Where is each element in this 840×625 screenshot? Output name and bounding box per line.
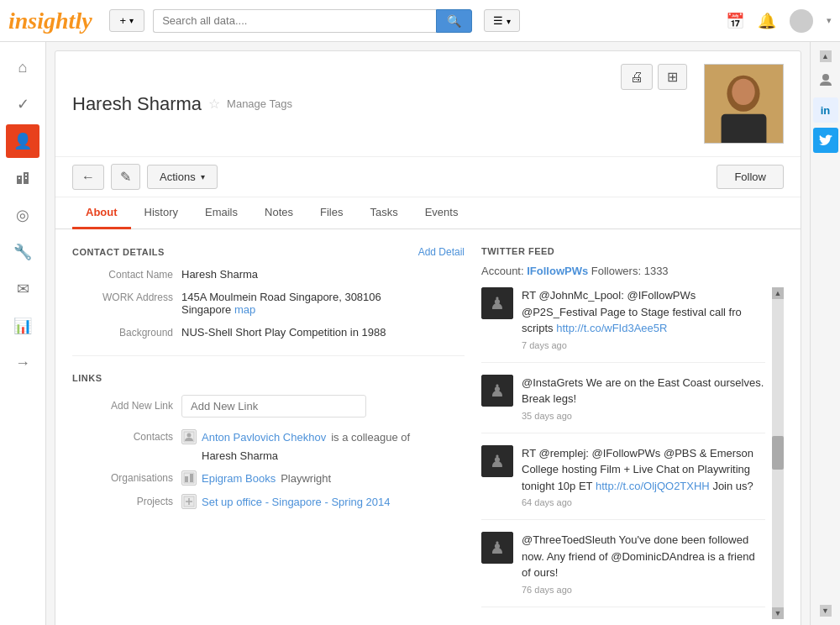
header-print-area: 🖨 ⊞ bbox=[621, 64, 687, 90]
app-logo: insightly bbox=[8, 8, 92, 34]
twitter-account-prefix: Account: bbox=[481, 265, 524, 277]
contact-name-row: Haresh Sharma ☆ Manage Tags bbox=[72, 93, 621, 115]
tweet-4-text: @ThreeToedSleuth You've done been follow… bbox=[522, 532, 765, 581]
right-sidebar: ▲ in ▼ bbox=[810, 42, 840, 625]
contact-details-panel: CONTACT DETAILS Add Detail Contact Name … bbox=[72, 246, 465, 619]
edit-button[interactable]: ✎ bbox=[111, 164, 140, 190]
contact-name-text: Haresh Sharma bbox=[72, 93, 202, 115]
links-title: LINKS bbox=[72, 373, 465, 383]
tab-files[interactable]: Files bbox=[307, 197, 356, 229]
star-icon[interactable]: ☆ bbox=[208, 96, 220, 112]
link-label-projects: Projects bbox=[72, 494, 173, 507]
tweet-4: ♟ @ThreeToedSleuth You've done been foll… bbox=[481, 532, 765, 607]
tweet-1-time: 7 days ago bbox=[522, 340, 765, 350]
sidebar-item-target[interactable]: ◎ bbox=[6, 198, 39, 232]
add-button[interactable]: + ▾ bbox=[109, 9, 145, 32]
tweet-4-time: 76 days ago bbox=[522, 585, 765, 595]
project-link-primary[interactable]: Set up office - Singapore - Spring 2014 bbox=[202, 496, 391, 508]
twitter-handle[interactable]: IFollowPWs bbox=[527, 265, 588, 277]
calendar-icon[interactable]: 📅 bbox=[726, 12, 744, 30]
outer-scroll-up[interactable]: ▲ bbox=[820, 50, 832, 62]
sidebar-item-organizations[interactable] bbox=[6, 161, 39, 195]
org-link-primary[interactable]: Epigram Books bbox=[202, 472, 276, 485]
map-link[interactable]: map bbox=[234, 303, 255, 316]
contact-header: Haresh Sharma ☆ Manage Tags 🖨 ⊞ bbox=[55, 51, 801, 157]
twitter-scrollbar-thumb[interactable] bbox=[772, 436, 784, 470]
tweets-list: ♟ RT @JohnMc_Lpool: @IFollowPWs @P2S_Fes… bbox=[481, 287, 765, 619]
links-section: LINKS Add New Link Contacts bbox=[72, 355, 465, 509]
svg-rect-7 bbox=[722, 114, 767, 144]
link-label-contacts: Contacts bbox=[72, 429, 173, 443]
twitter-scroll-up[interactable]: ▲ bbox=[772, 287, 784, 299]
notifications-icon[interactable]: 🔔 bbox=[758, 12, 776, 30]
header-right-section: 🖨 ⊞ bbox=[621, 64, 784, 144]
sidebar-item-arrow[interactable]: → bbox=[6, 346, 39, 380]
tab-notes[interactable]: Notes bbox=[251, 197, 307, 229]
content-area: Haresh Sharma ☆ Manage Tags 🖨 ⊞ bbox=[46, 42, 840, 625]
search-box: 🔍 bbox=[153, 9, 472, 33]
actions-button[interactable]: Actions ▾ bbox=[147, 165, 218, 189]
detail-label-name: Contact Name bbox=[72, 268, 173, 281]
tabs-bar: About History Emails Notes Files Tasks E… bbox=[55, 197, 801, 229]
contact-link-primary[interactable]: Anton Pavlovich Chekhov bbox=[202, 431, 326, 444]
sidebar-item-tasks[interactable]: ✓ bbox=[6, 87, 39, 121]
svg-rect-4 bbox=[25, 177, 27, 179]
tweet-3-text: RT @remplej: @IFollowPWs @PBS & Emerson … bbox=[522, 445, 765, 495]
detail-label-background: Background bbox=[72, 326, 173, 339]
right-icon-person[interactable] bbox=[813, 67, 838, 92]
grid-button[interactable]: ☰ ▾ bbox=[484, 9, 520, 32]
sidebar-item-mail[interactable]: ✉ bbox=[6, 272, 39, 306]
tab-about[interactable]: About bbox=[72, 197, 131, 229]
expand-button[interactable]: ⊞ bbox=[658, 64, 687, 90]
search-input[interactable] bbox=[153, 9, 436, 33]
add-link-input[interactable] bbox=[181, 395, 366, 418]
print-button[interactable]: 🖨 bbox=[621, 64, 653, 90]
twitter-scrollbar: ▲ ▼ bbox=[772, 287, 784, 619]
sidebar-item-reports[interactable]: 📊 bbox=[6, 309, 39, 343]
organisations-icon bbox=[181, 470, 197, 486]
right-icon-linkedin[interactable]: in bbox=[813, 97, 838, 123]
link-value-contacts: Anton Pavlovich Chekhov is a colleague o… bbox=[181, 429, 465, 462]
add-detail-link[interactable]: Add Detail bbox=[418, 246, 465, 258]
add-link-row: Add New Link bbox=[72, 395, 465, 418]
back-button[interactable]: ← bbox=[72, 165, 104, 190]
tweet-3-link[interactable]: http://t.co/OljQO2TXHH bbox=[596, 480, 710, 492]
avatar-image bbox=[705, 64, 783, 144]
tab-emails[interactable]: Emails bbox=[192, 197, 251, 229]
contact-details-title: CONTACT DETAILS Add Detail bbox=[72, 246, 465, 258]
sidebar-item-tools[interactable]: 🔧 bbox=[6, 235, 39, 269]
outer-scroll-down[interactable]: ▼ bbox=[820, 605, 832, 617]
right-icon-twitter[interactable] bbox=[813, 128, 838, 153]
tab-events[interactable]: Events bbox=[412, 197, 472, 229]
user-avatar[interactable] bbox=[790, 9, 813, 33]
app-layout: ⌂ ✓ 👤 ◎ 🔧 ✉ 📊 → Haresh Sharma ☆ Manage T… bbox=[0, 42, 840, 625]
contact-avatar bbox=[704, 64, 784, 144]
follow-button[interactable]: Follow bbox=[717, 165, 784, 189]
tweet-3-avatar: ♟ bbox=[481, 445, 513, 477]
projects-icon bbox=[181, 494, 197, 509]
add-link-label: Add New Link bbox=[72, 395, 173, 418]
tweet-1-content: RT @JohnMc_Lpool: @IFollowPWs @P2S_Festi… bbox=[522, 287, 765, 350]
org-link-tag: Playwright bbox=[281, 472, 331, 485]
svg-point-25 bbox=[822, 74, 829, 81]
tweet-1-link[interactable]: http://t.co/wFId3Aee5R bbox=[556, 322, 667, 334]
twitter-scroll-down[interactable]: ▼ bbox=[772, 607, 784, 619]
sidebar-item-contacts[interactable]: 👤 bbox=[6, 124, 39, 158]
svg-rect-12 bbox=[185, 476, 188, 482]
top-nav: insightly + ▾ 🔍 ☰ ▾ 📅 🔔 ▾ bbox=[0, 0, 840, 42]
tab-history[interactable]: History bbox=[131, 197, 192, 229]
link-row-projects: Projects Set up office - Singapore - Spr… bbox=[72, 494, 465, 509]
toolbar-row: ← ✎ Actions ▾ Follow bbox=[55, 157, 801, 197]
toolbar-left: ← ✎ Actions ▾ bbox=[72, 164, 218, 190]
manage-tags[interactable]: Manage Tags bbox=[227, 97, 292, 110]
tweet-1: ♟ RT @JohnMc_Lpool: @IFollowPWs @P2S_Fes… bbox=[481, 287, 765, 363]
svg-point-8 bbox=[732, 79, 754, 105]
tab-tasks[interactable]: Tasks bbox=[356, 197, 411, 229]
link-row-contacts: Contacts Anton Pavlovich Chekhov is a co… bbox=[72, 429, 465, 462]
tweet-4-content: @ThreeToedSleuth You've done been follow… bbox=[522, 532, 765, 595]
twitter-wrapper: ♟ RT @JohnMc_Lpool: @IFollowPWs @P2S_Fes… bbox=[481, 287, 784, 619]
search-button[interactable]: 🔍 bbox=[436, 9, 472, 33]
detail-row-background: Background NUS-Shell Short Play Competit… bbox=[72, 326, 465, 339]
svg-text:♟: ♟ bbox=[490, 538, 505, 557]
sidebar-item-home[interactable]: ⌂ bbox=[6, 50, 39, 84]
